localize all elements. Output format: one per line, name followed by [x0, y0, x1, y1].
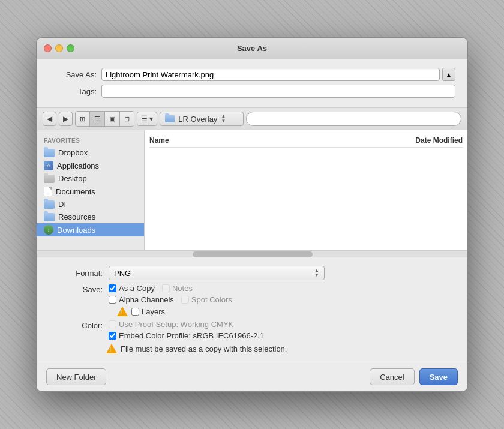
notes-label: Notes	[172, 284, 193, 293]
view-buttons: ⊞ ☰ ▣ ⊟	[75, 111, 134, 127]
sidebar-item-applications[interactable]: A Applications	[37, 159, 144, 172]
spot-colors-label: Spot Colors	[191, 295, 232, 304]
list-view-button[interactable]: ☰	[90, 112, 105, 126]
column-view-button[interactable]: ▣	[105, 112, 120, 126]
filename-input[interactable]	[101, 68, 440, 81]
tags-input[interactable]	[101, 85, 455, 98]
location-dropdown[interactable]: LR Overlay ▲▼	[160, 112, 244, 126]
main-content: FAVORITES Dropbox A Applications Desktop…	[37, 130, 467, 250]
location-label: LR Overlay	[178, 115, 217, 124]
tags-row: Tags:	[49, 85, 455, 98]
as-copy-option[interactable]: As a Copy	[109, 284, 155, 293]
as-copy-label: As a Copy	[119, 284, 155, 293]
window-title: Save As	[237, 44, 267, 53]
new-folder-button[interactable]: New Folder	[46, 368, 106, 385]
save-as-label: Save As:	[49, 70, 97, 79]
maximize-button[interactable]	[67, 44, 74, 52]
checkbox-row-2: Alpha Channels Spot Colors	[109, 295, 232, 304]
color-label: Color:	[49, 321, 103, 330]
warning-text: File must be saved as a copy with this s…	[121, 344, 287, 353]
sidebar-item-di[interactable]: DI	[37, 198, 144, 211]
warning-section: File must be saved as a copy with this s…	[106, 344, 455, 353]
folder-icon	[165, 115, 175, 122]
folder-icon	[44, 175, 55, 183]
notes-checkbox[interactable]	[162, 284, 170, 292]
dropdown-arrows: ▲▼	[221, 114, 226, 124]
file-list: Name Date Modified	[145, 130, 467, 250]
layers-checkbox[interactable]	[131, 308, 139, 316]
sidebar-item-label: Applications	[57, 161, 99, 170]
as-copy-checkbox[interactable]	[109, 284, 116, 292]
format-row: Format: PNG ▲▼	[49, 266, 455, 280]
alpha-channels-label: Alpha Channels	[119, 295, 174, 304]
use-proof-option[interactable]: Use Proof Setup: Working CMYK	[109, 320, 264, 329]
app-icon: A	[44, 161, 53, 170]
sidebar-item-desktop[interactable]: Desktop	[37, 172, 144, 185]
color-checkboxes: Use Proof Setup: Working CMYK Embed Colo…	[109, 320, 264, 340]
sidebar-item-label: Desktop	[58, 174, 87, 183]
forward-button[interactable]: ▶	[59, 112, 73, 126]
layers-option[interactable]: Layers	[131, 307, 165, 316]
alpha-channels-option[interactable]: Alpha Channels	[109, 295, 174, 304]
warning-triangle-icon	[117, 307, 128, 316]
select-arrows-icon: ▲▼	[314, 268, 319, 278]
sidebar-section-header: FAVORITES	[37, 135, 144, 146]
embed-color-checkbox[interactable]	[109, 332, 116, 340]
sidebar: FAVORITES Dropbox A Applications Desktop…	[37, 130, 145, 250]
file-list-header: Name Date Modified	[149, 135, 463, 148]
spot-colors-checkbox[interactable]	[181, 296, 189, 304]
scrollbar-thumb[interactable]	[193, 251, 313, 257]
spot-colors-option[interactable]: Spot Colors	[181, 295, 232, 304]
format-label: Format:	[49, 269, 103, 278]
close-button[interactable]	[44, 44, 52, 52]
column-date-header: Date Modified	[379, 136, 463, 145]
scroll-button[interactable]: ▲	[442, 68, 455, 81]
sidebar-item-label: Dropbox	[58, 148, 88, 157]
use-proof-label: Use Proof Setup: Working CMYK	[119, 320, 233, 329]
arrange-button[interactable]: ☰ ▾	[137, 112, 157, 126]
sidebar-item-downloads[interactable]: ↓ Downloads	[37, 223, 144, 236]
embed-color-label: Embed Color Profile: sRGB IEC61966-2.1	[119, 331, 264, 340]
horizontal-scrollbar[interactable]	[37, 250, 467, 257]
sidebar-item-label: Downloads	[57, 226, 95, 235]
sidebar-item-documents[interactable]: Documents	[37, 185, 144, 198]
notes-option[interactable]: Notes	[162, 284, 193, 293]
warning-icon	[106, 344, 117, 353]
sidebar-item-resources[interactable]: Resources	[37, 211, 144, 223]
color-row: Color: Use Proof Setup: Working CMYK Emb…	[49, 320, 455, 340]
doc-icon	[44, 187, 52, 196]
sidebar-item-label: Documents	[56, 187, 95, 196]
alpha-channels-checkbox[interactable]	[109, 296, 116, 304]
tags-label: Tags:	[49, 87, 97, 96]
cancel-button[interactable]: Cancel	[370, 368, 414, 385]
titlebar: Save As	[37, 38, 467, 59]
layers-warning-row: Layers	[117, 307, 232, 316]
cover-view-button[interactable]: ⊟	[120, 112, 134, 126]
sidebar-item-label: DI	[58, 200, 66, 209]
minimize-button[interactable]	[55, 44, 63, 52]
footer: New Folder Cancel Save	[37, 362, 467, 391]
folder-icon	[44, 149, 55, 157]
save-label: Save:	[49, 285, 103, 294]
folder-icon	[44, 213, 55, 221]
icon-view-button[interactable]: ⊞	[76, 112, 90, 126]
toolbar: ◀ ▶ ⊞ ☰ ▣ ⊟ ☰ ▾ LR Overlay ▲▼	[37, 108, 467, 130]
save-as-dialog: Save As Save As: ▲ Tags: ◀ ▶ ⊞ ☰ ▣ ⊟ ☰ ▾…	[36, 37, 468, 392]
format-select[interactable]: PNG ▲▼	[109, 266, 325, 280]
options-section: Format: PNG ▲▼ Save: As a Copy Notes	[37, 257, 467, 362]
download-icon: ↓	[44, 225, 53, 235]
sidebar-item-label: Resources	[58, 212, 95, 221]
use-proof-checkbox[interactable]	[109, 320, 116, 328]
back-button[interactable]: ◀	[43, 112, 56, 126]
embed-color-option[interactable]: Embed Color Profile: sRGB IEC61966-2.1	[109, 331, 264, 340]
checkboxes-group: As a Copy Notes Alpha Channels Spot Colo…	[109, 284, 232, 316]
folder-icon	[44, 200, 55, 209]
sidebar-item-dropbox[interactable]: Dropbox	[37, 146, 144, 159]
traffic-lights	[44, 44, 74, 52]
top-section: Save As: ▲ Tags:	[37, 59, 467, 108]
format-value: PNG	[114, 269, 131, 278]
layers-label: Layers	[142, 307, 165, 316]
save-button[interactable]: Save	[419, 368, 458, 385]
search-input[interactable]	[246, 112, 461, 126]
checkbox-row-1: As a Copy Notes	[109, 284, 232, 293]
